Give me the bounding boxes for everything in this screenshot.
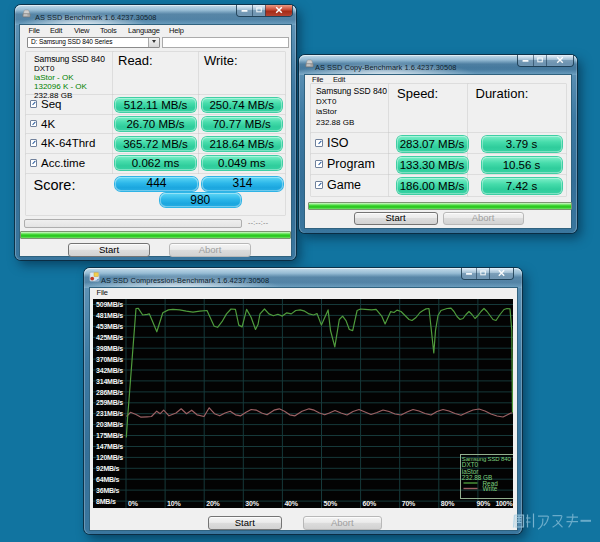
svg-text:314MB/s: 314MB/s [96, 377, 123, 384]
svg-text:203MB/s: 203MB/s [96, 421, 123, 428]
svg-text:453MB/s: 453MB/s [96, 322, 123, 329]
svg-text:90%: 90% [477, 500, 491, 507]
svg-text:147MB/s: 147MB/s [96, 443, 123, 450]
svg-text:100%: 100% [495, 500, 513, 507]
svg-text:30%: 30% [245, 500, 259, 507]
svg-text:370MB/s: 370MB/s [96, 355, 123, 362]
svg-text:Write: Write [483, 485, 498, 492]
svg-text:509MB/s: 509MB/s [96, 301, 123, 308]
svg-text:425MB/s: 425MB/s [96, 333, 123, 340]
svg-text:259MB/s: 259MB/s [96, 399, 123, 406]
svg-text:0%: 0% [128, 500, 139, 507]
svg-text:50%: 50% [324, 500, 338, 507]
svg-text:286MB/s: 286MB/s [96, 388, 123, 395]
svg-text:342MB/s: 342MB/s [96, 366, 123, 373]
svg-text:398MB/s: 398MB/s [96, 344, 123, 351]
svg-text:20%: 20% [206, 500, 220, 507]
svg-text:70%: 70% [402, 500, 416, 507]
svg-text:80%: 80% [441, 500, 455, 507]
svg-text:120MB/s: 120MB/s [96, 454, 123, 461]
svg-text:10%: 10% [167, 500, 181, 507]
svg-text:40%: 40% [284, 500, 298, 507]
svg-text:64MB/s: 64MB/s [96, 475, 120, 482]
svg-text:231MB/s: 231MB/s [96, 410, 123, 417]
svg-text:60%: 60% [363, 500, 377, 507]
svg-text:8MB/s: 8MB/s [96, 497, 116, 504]
svg-text:92MB/s: 92MB/s [96, 464, 120, 471]
svg-text:175MB/s: 175MB/s [96, 432, 123, 439]
svg-text:481MB/s: 481MB/s [96, 312, 123, 319]
svg-text:36MB/s: 36MB/s [96, 486, 120, 493]
